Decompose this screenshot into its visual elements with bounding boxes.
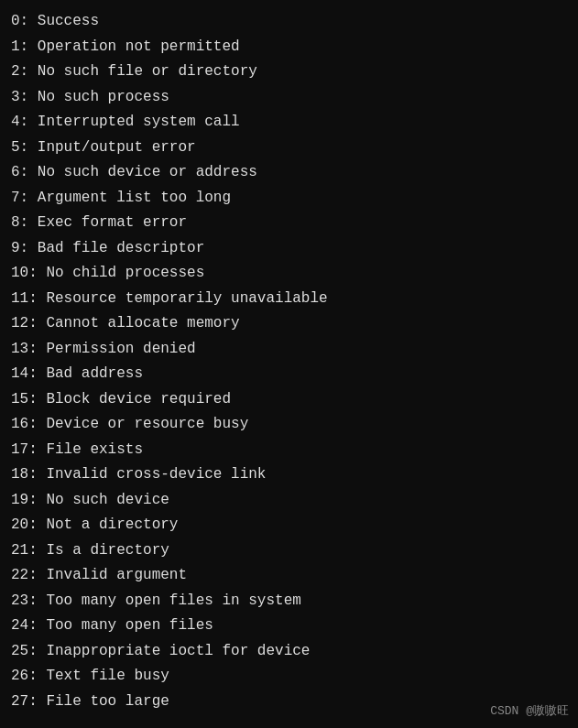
error-line-16: 16: Device or resource busy — [11, 412, 567, 438]
error-line-20: 20: Not a directory — [11, 513, 567, 538]
error-line-19: 19: No such device — [11, 488, 567, 514]
error-line-9: 9: Bad file descriptor — [11, 236, 567, 262]
error-line-24: 24: Too many open files — [11, 614, 567, 639]
error-line-8: 8: Exec format error — [11, 211, 567, 236]
error-line-17: 17: File exists — [11, 438, 567, 463]
error-line-21: 21: Is a directory — [11, 538, 567, 564]
error-line-2: 2: No such file or directory — [11, 60, 567, 85]
terminal-output: 0: Success1: Operation not permitted2: N… — [11, 9, 567, 714]
error-line-15: 15: Block device required — [11, 387, 567, 413]
error-line-5: 5: Input/output error — [11, 136, 567, 161]
error-line-27: 27: File too large — [11, 690, 567, 715]
error-line-14: 14: Bad address — [11, 362, 567, 387]
error-line-0: 0: Success — [11, 9, 567, 35]
error-line-26: 26: Text file busy — [11, 664, 567, 690]
watermark: CSDN @嗷嗷旺 — [490, 702, 569, 719]
error-line-13: 13: Permission denied — [11, 337, 567, 363]
error-line-18: 18: Invalid cross-device link — [11, 462, 567, 488]
error-line-11: 11: Resource temporarily unavailable — [11, 287, 567, 312]
error-line-10: 10: No child processes — [11, 261, 567, 287]
error-line-3: 3: No such process — [11, 85, 567, 111]
error-line-12: 12: Cannot allocate memory — [11, 311, 567, 337]
error-line-7: 7: Argument list too long — [11, 186, 567, 212]
error-line-23: 23: Too many open files in system — [11, 589, 567, 614]
error-line-6: 6: No such device or address — [11, 160, 567, 186]
error-line-4: 4: Interrupted system call — [11, 110, 567, 136]
error-line-1: 1: Operation not permitted — [11, 35, 567, 60]
error-line-22: 22: Invalid argument — [11, 563, 567, 589]
error-line-25: 25: Inappropriate ioctl for device — [11, 639, 567, 665]
